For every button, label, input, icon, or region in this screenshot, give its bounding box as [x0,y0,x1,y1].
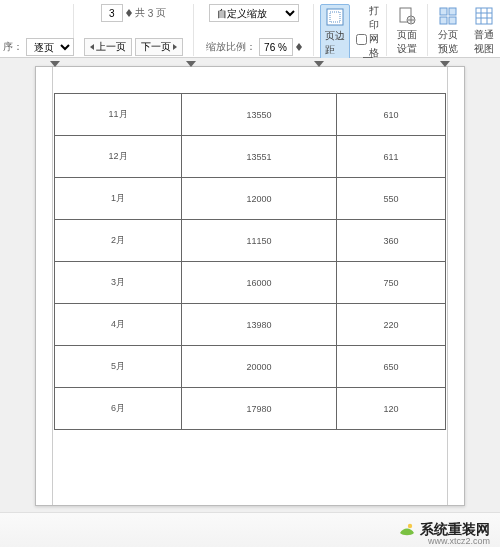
page-break-preview-button[interactable]: 分页预览 [434,4,462,58]
table-cell: 5月 [55,346,182,388]
table-cell: 6月 [55,388,182,430]
table-row: 12月13551611 [55,136,446,178]
normal-view-group: 普通视图 [464,4,500,56]
table-cell: 11150 [182,220,337,262]
arrow-right-icon [173,44,177,50]
table-cell: 13550 [182,94,337,136]
table-cell: 12月 [55,136,182,178]
margin-handle[interactable] [50,61,60,67]
margin-handle[interactable] [186,61,196,67]
table-cell: 360 [336,220,445,262]
table-cell: 20000 [182,346,337,388]
page-break-label: 分页预览 [438,28,458,56]
arrow-left-icon [90,44,94,50]
zoom-ratio-label: 缩放比例： [206,40,256,54]
svg-rect-9 [440,17,447,24]
page-break-group: 分页预览 [428,4,464,56]
table-row: 1月12000550 [55,178,446,220]
margins-group: 页边距 [314,4,350,56]
margins-label: 页边距 [325,29,345,57]
page-number-input[interactable] [101,4,123,22]
normal-view-button[interactable]: 普通视图 [470,4,498,58]
svg-marker-17 [186,61,196,67]
table-cell: 120 [336,388,445,430]
table-cell: 550 [336,178,445,220]
page-total: 3 [148,8,154,19]
table-cell: 13551 [182,136,337,178]
print-order-group: 序： 逐页打印 [4,4,74,56]
page-setup-label: 页面设置 [397,28,417,56]
watermark-bar: 系统重装网 www.xtcz2.com [0,512,500,547]
page-setup-icon [397,6,417,26]
svg-rect-11 [476,8,492,24]
page-break-icon [438,6,458,26]
zoom-mode-select[interactable]: 自定义缩放 [209,4,299,22]
svg-marker-18 [314,61,324,67]
page-nav-group: 共 3 页 上一页 下一页 [74,4,194,56]
table-cell: 16000 [182,262,337,304]
order-label: 序： [3,40,23,54]
gridlines-check-input[interactable] [356,34,367,45]
preview-workarea: 11月1355061012月135516111月120005502月111503… [0,58,500,512]
svg-marker-16 [50,61,60,67]
zoom-group: 自定义缩放 缩放比例： [194,4,314,56]
table-row: 11月13550610 [55,94,446,136]
svg-rect-10 [449,17,456,24]
table-cell: 611 [336,136,445,178]
next-page-button[interactable]: 下一页 [135,38,183,56]
page-total-suffix: 页 [156,6,166,20]
normal-view-icon [474,6,494,26]
page-spin-down-icon[interactable] [126,13,132,17]
prev-page-label: 上一页 [96,40,126,54]
table-cell: 3月 [55,262,182,304]
margin-handle[interactable] [440,61,450,67]
table-row: 2月11150360 [55,220,446,262]
print-preview-ribbon: 序： 逐页打印 共 3 页 上一页 下一页 [0,0,500,58]
table-row: 5月20000650 [55,346,446,388]
table-cell: 12000 [182,178,337,220]
table-cell: 750 [336,262,445,304]
table-cell: 13980 [182,304,337,346]
next-page-label: 下一页 [141,40,171,54]
normal-view-label: 普通视图 [474,28,494,56]
table-row: 3月16000750 [55,262,446,304]
data-table: 11月1355061012月135516111月120005502月111503… [54,93,446,430]
svg-point-20 [408,524,412,528]
table-row: 4月13980220 [55,304,446,346]
table-cell: 220 [336,304,445,346]
page-setup-button[interactable]: 页面设置 [393,4,421,58]
table-cell: 2月 [55,220,182,262]
svg-rect-7 [440,8,447,15]
table-cell: 1月 [55,178,182,220]
print-options-group: 打印网格线 页眉页脚 [350,4,387,56]
margin-handle[interactable] [314,61,324,67]
table-cell: 610 [336,94,445,136]
table-row: 6月17980120 [55,388,446,430]
page-setup-group: 页面设置 [387,4,428,56]
watermark-url: www.xtcz2.com [428,536,490,546]
svg-marker-19 [440,61,450,67]
prev-page-button[interactable]: 上一页 [84,38,132,56]
margin-handles [36,61,464,67]
svg-rect-8 [449,8,456,15]
watermark-logo-icon [398,521,416,539]
table-cell: 17980 [182,388,337,430]
table-cell: 11月 [55,94,182,136]
zoom-spin-down-icon[interactable] [296,47,302,51]
table-cell: 4月 [55,304,182,346]
zoom-ratio-input[interactable] [259,38,293,56]
page-total-prefix: 共 [135,6,145,20]
page-preview: 11月1355061012月135516111月120005502月111503… [35,66,465,506]
margins-button[interactable]: 页边距 [320,4,350,60]
print-order-select[interactable]: 逐页打印 [26,38,74,56]
table-cell: 650 [336,346,445,388]
margins-icon [325,7,345,27]
svg-rect-0 [327,9,343,25]
